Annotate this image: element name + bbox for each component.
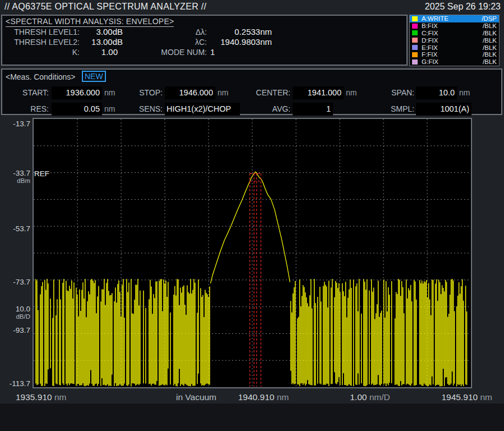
x-stop-value: 1945.910 [441,392,478,402]
trace-d-name: D:FIX [422,37,483,44]
trace-b-name: B:FIX [422,22,483,29]
trace-e-mode: /BLK [483,44,497,51]
y-scale: 10.0 [2,305,30,313]
osa-screen: // AQ6375E OPTICAL SPECTRUM ANALYZER // … [0,0,504,431]
spectrum-plot [0,115,504,404]
y-unit: dBm [2,177,30,184]
smpl-label: SMPL: [372,104,414,113]
stop-input[interactable]: 1946.000 [165,86,215,99]
trace-row-g[interactable]: G:FIX /BLK [410,58,499,66]
res-input[interactable]: 0.05 [52,103,102,116]
center-input[interactable]: 1941.000 [293,86,344,99]
trace-row-e[interactable]: E:FIX /BLK [410,44,499,51]
trace-c-color-swatch [412,30,418,35]
x-start-value: 1935.910 [16,392,52,402]
x-start-unit: nm [52,392,67,402]
y-tick-0: -13.7 [2,120,30,127]
trace-a-color-swatch [412,16,418,21]
trace-e-color-swatch [412,45,418,50]
y-tick-1: -33.7 [2,169,30,177]
trace-f-color-swatch [412,52,418,57]
sens-input[interactable]: HIGH1(x2)/CHOP [165,103,240,116]
trace-f-mode: /BLK [483,51,497,58]
analysis-header: <SPECTRAL WIDTH ANALYSIS: ENVELOPE> [6,17,174,27]
avg-input[interactable]: 1 [293,103,333,116]
trace-legend: A:WRITE /DSP B:FIX /BLK C:FIX /BLK D:FIX… [409,15,500,66]
trace-row-a[interactable]: A:WRITE /DSP [410,15,499,22]
res-unit: nm [104,104,115,113]
trace-g-name: G:FIX [422,58,483,65]
thresh1-value[interactable]: 3.00dB [84,27,123,36]
center-unit: nm [346,88,357,97]
trace-d-mode: /BLK [483,37,497,44]
trace-c-mode: /BLK [483,30,497,36]
trace-row-d[interactable]: D:FIX /BLK [410,36,499,44]
stop-label: STOP: [124,88,163,97]
thresh1-label: THRESH LEVEL1: [13,27,80,36]
x-scale-value: 1.00 [350,392,367,402]
trace-c-name: C:FIX [422,30,483,36]
stop-unit: nm [218,88,228,97]
thresh2-value[interactable]: 13.00dB [84,37,123,47]
lambda-c-value: 1940.9803nm [207,37,272,47]
x-label-start: 1935.910 nm [16,392,67,402]
start-label: START: [12,88,49,97]
delta-lambda-value: 0.2533nm [207,27,272,36]
sens-label: SENS: [124,104,163,113]
y-scale-unit: dB/D [2,313,30,320]
k-value[interactable]: 1.00 [84,47,118,57]
lambda-c-label: λC: [170,38,207,47]
clock: 2025 Sep 26 19:23 [425,2,501,12]
span-input[interactable]: 10.0 [416,86,457,99]
ref-level-label: REF [34,169,49,178]
x-stop-unit: nm [478,392,492,402]
x-center-unit: nm [274,392,289,402]
mode-num-value: 1 [210,47,215,57]
trace-b-mode: /BLK [483,22,497,29]
trace-b-color-swatch [412,24,418,29]
avg-label: AVG: [248,104,290,113]
trace-row-c[interactable]: C:FIX /BLK [410,30,499,37]
center-label: CENTER: [248,88,290,97]
trace-g-mode: /BLK [483,58,497,65]
delta-lambda-label: Δλ: [170,27,207,36]
y-tick-2: -53.7 [2,225,30,232]
new-badge: NEW [82,71,106,82]
y-tick-5: -113.7 [2,380,30,387]
span-label: SPAN: [372,88,414,97]
x-scale-label: 1.00 nm/D [335,392,405,402]
x-scale-unit: nm/D [367,392,390,402]
y-tick-3: -73.7 [2,278,30,286]
trace-g-color-swatch [412,59,418,65]
meas-conditions-panel: <Meas. Conditions> NEW START: 1936.000 n… [1,68,502,115]
analysis-panel: <SPECTRAL WIDTH ANALYSIS: ENVELOPE> THRE… [1,15,408,66]
mode-num-label: MODE NUM: [142,48,207,57]
trace-row-f[interactable]: F:FIX /BLK [410,51,499,58]
start-unit: nm [104,88,115,97]
trace-a-mode: /DSP [482,15,497,22]
softkey-bar: LVLSHF WLSHF NOIMSK SRCZOM SRC1-2 AUTOFS… [0,404,504,431]
smpl-input[interactable]: 1001(A) [416,103,471,116]
thresh2-label: THRESH LEVEL2: [13,38,80,47]
k-label: K: [13,48,80,57]
trace-e-name: E:FIX [422,44,483,51]
y-tick-4: -93.7 [2,327,30,334]
x-center-value: 1940.910 [238,392,275,402]
res-label: RES: [12,104,49,113]
trace-a-name: A:WRITE [422,15,482,22]
span-unit: nm [459,88,470,97]
x-label-center: 1940.910 nm [223,392,304,402]
trace-row-b[interactable]: B:FIX /BLK [410,22,499,30]
trace-d-color-swatch [412,38,418,43]
trace-f-name: F:FIX [422,51,483,58]
app-title: // AQ6375E OPTICAL SPECTRUM ANALYZER // [4,2,206,12]
start-input[interactable]: 1936.000 [52,86,102,99]
x-label-stop: 1945.910 nm [425,392,492,402]
meas-header: <Meas. Conditions> [6,72,76,81]
